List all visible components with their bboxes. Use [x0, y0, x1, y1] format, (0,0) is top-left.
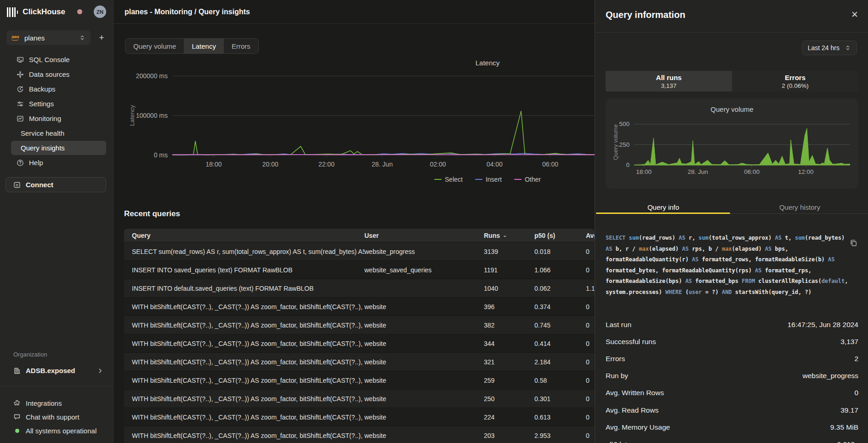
- sidebar-item-all-systems-operational[interactable]: All systems operational: [6, 424, 107, 437]
- stat-row-avg-read-rows: Avg. Read Rows39.17: [606, 402, 858, 419]
- chevron-right-icon: [97, 368, 103, 374]
- table-row[interactable]: WITH bitShiftLeft(CAST(?..), _CAST(?..))…: [124, 316, 595, 334]
- tab-errors[interactable]: Errors: [224, 39, 258, 53]
- sidebar-item-backups[interactable]: Backups: [11, 82, 106, 96]
- table-row[interactable]: WITH bitShiftLeft(CAST(?..), _CAST(?..))…: [124, 352, 595, 371]
- cell-query: WITH bitShiftLeft(CAST(?..), _CAST(?..))…: [132, 358, 364, 366]
- cell-avg: 0: [586, 322, 595, 329]
- cell-runs: 250: [484, 395, 534, 403]
- sidebar-item-label: Backups: [29, 85, 56, 93]
- x-tick-label: 18:00: [206, 161, 222, 168]
- tab-query-history[interactable]: Query history: [732, 201, 868, 213]
- organization-item[interactable]: ADSB.exposed: [6, 363, 107, 378]
- legend-item-select[interactable]: Select: [434, 176, 463, 183]
- connect-label: Connect: [26, 181, 53, 189]
- close-icon[interactable]: ✕: [851, 9, 858, 20]
- x-tick-label: 06:00: [744, 168, 760, 175]
- sidebar-footer: IntegrationsChat with supportAll systems…: [6, 396, 107, 437]
- sidebar-item-monitoring[interactable]: Monitoring: [11, 111, 106, 126]
- cell-user: website: [364, 395, 484, 403]
- add-service-button[interactable]: +: [95, 30, 108, 45]
- sidebar-item-integrations[interactable]: Integrations: [6, 396, 107, 410]
- service-selector[interactable]: aws planes: [6, 30, 91, 45]
- table-row[interactable]: WITH bitShiftLeft(CAST(?..), _CAST(?..))…: [124, 334, 595, 352]
- stat-value: 39.17: [840, 406, 858, 414]
- cell-user: website: [364, 432, 484, 439]
- column-header-runs[interactable]: Runs⌄: [484, 232, 534, 239]
- sql-query-text: SELECT sum(read_rows) AS r, sum(total_ro…: [606, 233, 861, 298]
- sidebar-item-settings[interactable]: Settings: [11, 97, 106, 111]
- legend-item-other[interactable]: Other: [514, 176, 541, 183]
- stat-label: Errors: [606, 355, 625, 363]
- table-row[interactable]: SELECT sum(read_rows) AS r, sum(total_ro…: [124, 242, 595, 260]
- x-tick-label: 18:00: [636, 168, 652, 175]
- cell-avg: 0: [586, 303, 595, 311]
- cell-user: website: [364, 358, 484, 366]
- cell-query: WITH bitShiftLeft(CAST(?..), _CAST(?..))…: [132, 395, 364, 403]
- connect-button[interactable]: Connect: [6, 177, 106, 192]
- stat-value: 16:47:25, Jun 28 2024: [788, 321, 858, 329]
- cell-p50: 0.58: [534, 377, 586, 384]
- table-row[interactable]: WITH bitShiftLeft(CAST(?..), _CAST(?..))…: [124, 408, 595, 426]
- legend-item-insert[interactable]: Insert: [475, 176, 502, 183]
- logo-row: ClickHouse: [7, 6, 65, 17]
- cell-p50: 1.066: [534, 266, 586, 274]
- x-tick-label: 20:00: [262, 161, 278, 168]
- cell-avg: 0: [586, 377, 595, 384]
- chevron-updown-icon: [79, 35, 85, 41]
- x-tick-label: 02:00: [430, 161, 446, 168]
- sidebar-item-help[interactable]: Help: [11, 155, 106, 170]
- latency-chart[interactable]: [172, 75, 595, 159]
- cell-user: website_progress: [364, 248, 484, 255]
- status-dot-icon: [13, 427, 21, 434]
- table-row[interactable]: WITH bitShiftLeft(CAST(?..), _CAST(?..))…: [124, 297, 595, 316]
- sidebar-item-sql-console[interactable]: SQL Console: [11, 52, 106, 67]
- legend-label: Select: [445, 176, 463, 183]
- copy-icon[interactable]: [850, 239, 858, 247]
- tab-latency[interactable]: Latency: [184, 39, 224, 53]
- sidebar-item-service-health[interactable]: Service health: [11, 126, 106, 140]
- sidebar-nav: SQL ConsoleData sourcesBackupsSettingsMo…: [11, 52, 106, 170]
- table-row[interactable]: INSERT INTO default.saved_queries (text)…: [124, 279, 595, 297]
- sidebar-item-data-sources[interactable]: Data sources: [11, 67, 106, 81]
- monitoring-icon: [17, 115, 24, 122]
- query-volume-title: Query volume: [710, 105, 753, 113]
- all-runs-toggle[interactable]: All runs 3,137: [606, 71, 732, 92]
- stat-value: 3,137: [840, 338, 858, 346]
- service-name: planes: [24, 34, 45, 42]
- sidebar: ClickHouse ZN aws planes + SQL ConsoleDa…: [0, 0, 113, 443]
- cell-p50: 0.613: [534, 414, 586, 421]
- query-volume-chart[interactable]: [634, 117, 850, 168]
- stat-row-errors: Errors2: [606, 350, 858, 367]
- query-information-panel: Query information ✕ Last 24 hrs All runs…: [595, 0, 868, 443]
- cell-p50: 0.374: [534, 303, 586, 311]
- cell-query: WITH bitShiftLeft(CAST(?..), _CAST(?..))…: [132, 432, 364, 439]
- errors-toggle[interactable]: Errors 2 (0.06%): [732, 71, 858, 92]
- sidebar-item-chat-with-support[interactable]: Chat with support: [6, 410, 107, 424]
- avatar[interactable]: ZN: [94, 6, 106, 18]
- table-row[interactable]: WITH bitShiftLeft(CAST(?..), _CAST(?..))…: [124, 371, 595, 389]
- table-row[interactable]: WITH bitShiftLeft(CAST(?..), _CAST(?..))…: [124, 426, 595, 443]
- stat-row-avg-memory-usage: Avg. Memory Usage9.35 MiB: [606, 419, 858, 436]
- page-title: planes - Monitoring / Query insights: [125, 8, 250, 16]
- table-row[interactable]: WITH bitShiftLeft(CAST(?..), _CAST(?..))…: [124, 389, 595, 408]
- time-range-value: Last 24 hrs: [808, 44, 840, 52]
- time-range-select[interactable]: Last 24 hrs: [802, 40, 857, 55]
- organization-name: ADSB.exposed: [26, 367, 75, 374]
- tab-query-info[interactable]: Query info: [595, 201, 732, 213]
- tab-query-volume[interactable]: Query volume: [125, 39, 184, 53]
- sidebar-item-label: Query insights: [21, 144, 65, 152]
- sidebar-item-query-insights[interactable]: Query insights: [11, 141, 106, 155]
- cell-query: WITH bitShiftLeft(CAST(?..), _CAST(?..))…: [132, 377, 364, 384]
- y-tick-label: 100000 ms: [136, 112, 168, 119]
- cell-runs: 321: [484, 358, 534, 366]
- data-sources-icon: [17, 71, 24, 78]
- clickhouse-logo-icon: [7, 7, 18, 17]
- cell-user: website: [364, 322, 484, 329]
- cell-user: website: [364, 303, 484, 311]
- cell-query: SELECT sum(read_rows) AS r, sum(total_ro…: [132, 248, 364, 255]
- sidebar-item-label: Data sources: [29, 70, 69, 78]
- latency-legend: SelectInsertOther: [434, 176, 541, 183]
- table-row[interactable]: INSERT INTO saved_queries (text) FORMAT …: [124, 260, 595, 279]
- cell-query: INSERT INTO default.saved_queries (text)…: [132, 285, 364, 292]
